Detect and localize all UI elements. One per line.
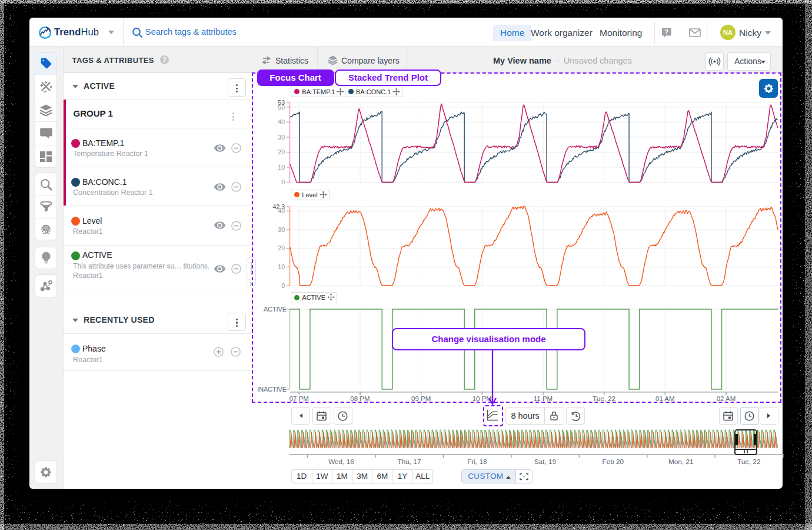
svg-text:?: ? (664, 28, 668, 35)
